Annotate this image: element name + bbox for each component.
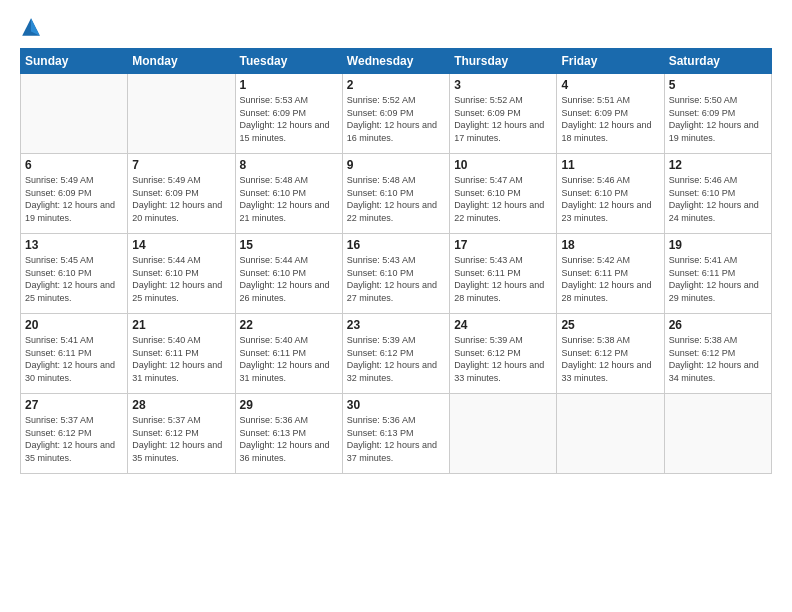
calendar-cell: 18Sunrise: 5:42 AM Sunset: 6:11 PM Dayli… (557, 234, 664, 314)
day-number: 8 (240, 158, 338, 172)
day-info: Sunrise: 5:37 AM Sunset: 6:12 PM Dayligh… (25, 414, 123, 464)
calendar-cell: 26Sunrise: 5:38 AM Sunset: 6:12 PM Dayli… (664, 314, 771, 394)
day-number: 19 (669, 238, 767, 252)
day-info: Sunrise: 5:50 AM Sunset: 6:09 PM Dayligh… (669, 94, 767, 144)
day-info: Sunrise: 5:52 AM Sunset: 6:09 PM Dayligh… (454, 94, 552, 144)
calendar-cell: 2Sunrise: 5:52 AM Sunset: 6:09 PM Daylig… (342, 74, 449, 154)
day-number: 3 (454, 78, 552, 92)
day-number: 18 (561, 238, 659, 252)
day-info: Sunrise: 5:45 AM Sunset: 6:10 PM Dayligh… (25, 254, 123, 304)
week-row-2: 6Sunrise: 5:49 AM Sunset: 6:09 PM Daylig… (21, 154, 772, 234)
day-number: 20 (25, 318, 123, 332)
day-header-sunday: Sunday (21, 49, 128, 74)
day-header-tuesday: Tuesday (235, 49, 342, 74)
day-info: Sunrise: 5:41 AM Sunset: 6:11 PM Dayligh… (25, 334, 123, 384)
calendar-cell: 10Sunrise: 5:47 AM Sunset: 6:10 PM Dayli… (450, 154, 557, 234)
day-info: Sunrise: 5:49 AM Sunset: 6:09 PM Dayligh… (132, 174, 230, 224)
day-info: Sunrise: 5:46 AM Sunset: 6:10 PM Dayligh… (561, 174, 659, 224)
day-info: Sunrise: 5:37 AM Sunset: 6:12 PM Dayligh… (132, 414, 230, 464)
week-row-4: 20Sunrise: 5:41 AM Sunset: 6:11 PM Dayli… (21, 314, 772, 394)
day-number: 10 (454, 158, 552, 172)
day-number: 12 (669, 158, 767, 172)
day-info: Sunrise: 5:44 AM Sunset: 6:10 PM Dayligh… (132, 254, 230, 304)
day-info: Sunrise: 5:47 AM Sunset: 6:10 PM Dayligh… (454, 174, 552, 224)
calendar-cell: 29Sunrise: 5:36 AM Sunset: 6:13 PM Dayli… (235, 394, 342, 474)
calendar-cell: 6Sunrise: 5:49 AM Sunset: 6:09 PM Daylig… (21, 154, 128, 234)
calendar-cell: 8Sunrise: 5:48 AM Sunset: 6:10 PM Daylig… (235, 154, 342, 234)
day-info: Sunrise: 5:52 AM Sunset: 6:09 PM Dayligh… (347, 94, 445, 144)
week-row-5: 27Sunrise: 5:37 AM Sunset: 6:12 PM Dayli… (21, 394, 772, 474)
day-number: 16 (347, 238, 445, 252)
day-number: 5 (669, 78, 767, 92)
day-number: 28 (132, 398, 230, 412)
day-info: Sunrise: 5:51 AM Sunset: 6:09 PM Dayligh… (561, 94, 659, 144)
day-info: Sunrise: 5:40 AM Sunset: 6:11 PM Dayligh… (132, 334, 230, 384)
day-info: Sunrise: 5:42 AM Sunset: 6:11 PM Dayligh… (561, 254, 659, 304)
day-number: 1 (240, 78, 338, 92)
calendar-cell (21, 74, 128, 154)
page: SundayMondayTuesdayWednesdayThursdayFrid… (0, 0, 792, 612)
calendar-cell: 20Sunrise: 5:41 AM Sunset: 6:11 PM Dayli… (21, 314, 128, 394)
calendar-cell (128, 74, 235, 154)
calendar-cell: 7Sunrise: 5:49 AM Sunset: 6:09 PM Daylig… (128, 154, 235, 234)
calendar-cell: 25Sunrise: 5:38 AM Sunset: 6:12 PM Dayli… (557, 314, 664, 394)
calendar-table: SundayMondayTuesdayWednesdayThursdayFrid… (20, 48, 772, 474)
day-number: 22 (240, 318, 338, 332)
header-row: SundayMondayTuesdayWednesdayThursdayFrid… (21, 49, 772, 74)
calendar-cell (450, 394, 557, 474)
day-number: 7 (132, 158, 230, 172)
week-row-1: 1Sunrise: 5:53 AM Sunset: 6:09 PM Daylig… (21, 74, 772, 154)
calendar-cell: 14Sunrise: 5:44 AM Sunset: 6:10 PM Dayli… (128, 234, 235, 314)
day-info: Sunrise: 5:43 AM Sunset: 6:11 PM Dayligh… (454, 254, 552, 304)
day-number: 29 (240, 398, 338, 412)
calendar-cell: 4Sunrise: 5:51 AM Sunset: 6:09 PM Daylig… (557, 74, 664, 154)
day-info: Sunrise: 5:43 AM Sunset: 6:10 PM Dayligh… (347, 254, 445, 304)
day-number: 23 (347, 318, 445, 332)
day-number: 30 (347, 398, 445, 412)
calendar-cell: 17Sunrise: 5:43 AM Sunset: 6:11 PM Dayli… (450, 234, 557, 314)
day-number: 24 (454, 318, 552, 332)
day-number: 6 (25, 158, 123, 172)
day-info: Sunrise: 5:38 AM Sunset: 6:12 PM Dayligh… (561, 334, 659, 384)
calendar-cell: 23Sunrise: 5:39 AM Sunset: 6:12 PM Dayli… (342, 314, 449, 394)
day-header-friday: Friday (557, 49, 664, 74)
day-number: 2 (347, 78, 445, 92)
day-header-saturday: Saturday (664, 49, 771, 74)
day-info: Sunrise: 5:48 AM Sunset: 6:10 PM Dayligh… (347, 174, 445, 224)
day-info: Sunrise: 5:46 AM Sunset: 6:10 PM Dayligh… (669, 174, 767, 224)
calendar-cell: 19Sunrise: 5:41 AM Sunset: 6:11 PM Dayli… (664, 234, 771, 314)
calendar-cell: 22Sunrise: 5:40 AM Sunset: 6:11 PM Dayli… (235, 314, 342, 394)
calendar-cell (557, 394, 664, 474)
day-header-monday: Monday (128, 49, 235, 74)
logo (20, 16, 46, 38)
day-number: 27 (25, 398, 123, 412)
day-number: 11 (561, 158, 659, 172)
day-header-thursday: Thursday (450, 49, 557, 74)
day-info: Sunrise: 5:44 AM Sunset: 6:10 PM Dayligh… (240, 254, 338, 304)
calendar-cell: 15Sunrise: 5:44 AM Sunset: 6:10 PM Dayli… (235, 234, 342, 314)
calendar-cell: 9Sunrise: 5:48 AM Sunset: 6:10 PM Daylig… (342, 154, 449, 234)
calendar-cell: 21Sunrise: 5:40 AM Sunset: 6:11 PM Dayli… (128, 314, 235, 394)
calendar-cell: 28Sunrise: 5:37 AM Sunset: 6:12 PM Dayli… (128, 394, 235, 474)
day-info: Sunrise: 5:41 AM Sunset: 6:11 PM Dayligh… (669, 254, 767, 304)
day-info: Sunrise: 5:49 AM Sunset: 6:09 PM Dayligh… (25, 174, 123, 224)
day-number: 26 (669, 318, 767, 332)
calendar-cell (664, 394, 771, 474)
calendar-cell: 27Sunrise: 5:37 AM Sunset: 6:12 PM Dayli… (21, 394, 128, 474)
day-number: 13 (25, 238, 123, 252)
calendar-cell: 13Sunrise: 5:45 AM Sunset: 6:10 PM Dayli… (21, 234, 128, 314)
day-number: 4 (561, 78, 659, 92)
day-number: 15 (240, 238, 338, 252)
calendar-cell: 30Sunrise: 5:36 AM Sunset: 6:13 PM Dayli… (342, 394, 449, 474)
calendar-cell: 24Sunrise: 5:39 AM Sunset: 6:12 PM Dayli… (450, 314, 557, 394)
calendar-cell: 16Sunrise: 5:43 AM Sunset: 6:10 PM Dayli… (342, 234, 449, 314)
day-number: 17 (454, 238, 552, 252)
week-row-3: 13Sunrise: 5:45 AM Sunset: 6:10 PM Dayli… (21, 234, 772, 314)
day-number: 9 (347, 158, 445, 172)
day-number: 25 (561, 318, 659, 332)
day-info: Sunrise: 5:53 AM Sunset: 6:09 PM Dayligh… (240, 94, 338, 144)
day-header-wednesday: Wednesday (342, 49, 449, 74)
day-info: Sunrise: 5:36 AM Sunset: 6:13 PM Dayligh… (347, 414, 445, 464)
logo-icon (20, 16, 42, 38)
header (20, 16, 772, 38)
